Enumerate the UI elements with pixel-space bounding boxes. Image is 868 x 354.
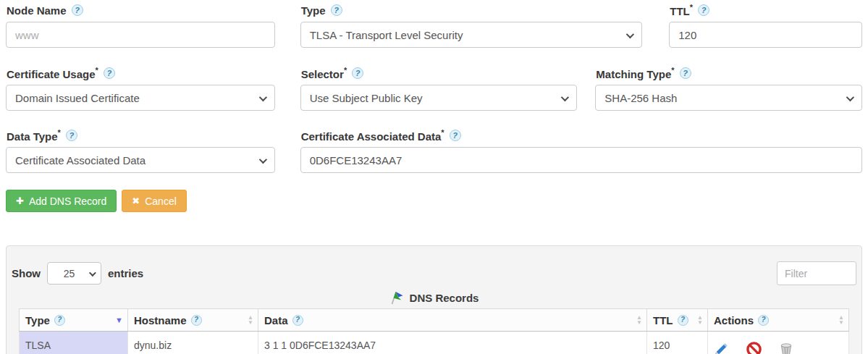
x-icon: ✖ <box>132 195 140 206</box>
plus-icon: ✚ <box>16 195 24 206</box>
help-icon[interactable]: ? <box>292 315 303 326</box>
record-data-cell: 3 1 1 0D6FCE13243AA7 <box>258 332 647 354</box>
disable-icon[interactable] <box>746 341 762 354</box>
chevron-down-icon <box>626 30 634 38</box>
column-label: Type <box>25 314 50 326</box>
help-icon[interactable]: ? <box>331 4 342 16</box>
form-row-2: Certificate Usage* ? Domain Issued Certi… <box>6 67 862 111</box>
add-dns-record-button[interactable]: ✚ Add DNS Record <box>6 190 117 212</box>
data-type-field: Data Type* ? Certificate Associated Data <box>6 129 275 173</box>
form-buttons: ✚ Add DNS Record ✖ Cancel <box>6 190 862 212</box>
delete-icon[interactable] <box>779 342 793 354</box>
help-icon[interactable]: ? <box>698 4 709 16</box>
add-button-label: Add DNS Record <box>29 195 106 207</box>
sort-icon: ▲▼ <box>636 315 642 325</box>
help-icon[interactable]: ? <box>450 130 461 141</box>
matching-type-value: SHA-256 Hash <box>604 92 677 104</box>
table-header-row: Type ? ▼ Hostname ? ▲▼ Data ? <box>20 309 849 332</box>
chevron-down-icon <box>258 93 266 101</box>
type-field: Type ? TLSA - Transport Level Security <box>300 4 643 48</box>
selector-select[interactable]: Use Subject Public Key <box>300 85 578 111</box>
certificate-usage-value: Domain Issued Certificate <box>15 92 140 104</box>
column-label: Actions <box>714 314 754 326</box>
sort-icon: ▲▼ <box>697 315 703 325</box>
form-row-3: Data Type* ? Certificate Associated Data… <box>6 129 862 173</box>
column-header-data[interactable]: Data ? ▲▼ <box>258 309 647 332</box>
table-title-text: DNS Records <box>410 292 479 304</box>
record-type-cell: TLSA <box>20 332 128 354</box>
show-label: Show <box>12 267 41 279</box>
column-header-actions[interactable]: Actions ? ▲▼ <box>708 309 849 332</box>
entries-label: entries <box>108 267 143 279</box>
certificate-associated-data-field: Certificate Associated Data* ? <box>300 129 862 173</box>
table-row: TLSA dynu.biz 3 1 1 0D6FCE13243AA7 120 <box>20 332 849 354</box>
table-title: DNS Records <box>11 290 857 305</box>
chevron-down-icon <box>846 93 854 101</box>
required-asterisk: * <box>96 66 98 75</box>
filter-input[interactable] <box>777 261 856 285</box>
node-name-field: Node Name ? <box>6 4 275 48</box>
matching-type-select[interactable]: SHA-256 Hash <box>595 85 862 111</box>
certificate-associated-data-input[interactable] <box>300 147 862 173</box>
dns-records-panel: Show 25 entries DNS Records Type ? <box>6 245 862 354</box>
selector-field: Selector* ? Use Subject Public Key <box>300 67 578 111</box>
required-asterisk: * <box>58 128 61 137</box>
data-type-label: Data Type* <box>7 129 61 143</box>
selector-value: Use Subject Public Key <box>310 92 423 104</box>
type-select[interactable]: TLSA - Transport Level Security <box>300 22 643 48</box>
help-icon[interactable]: ? <box>678 315 688 326</box>
form-row-1: Node Name ? Type ? TLSA - Transport Leve… <box>6 4 862 48</box>
column-label: Data <box>264 314 288 326</box>
sort-icon: ▲▼ <box>248 315 253 325</box>
required-asterisk: * <box>690 3 693 12</box>
ttl-label: TTL* <box>670 4 693 17</box>
dns-records-table: Type ? ▼ Hostname ? ▲▼ Data ? <box>19 308 849 354</box>
chevron-down-icon <box>561 93 569 101</box>
column-header-ttl[interactable]: TTL ? ▲▼ <box>647 309 708 332</box>
ttl-field: TTL* ? <box>669 4 862 48</box>
data-type-value: Certificate Associated Data <box>15 154 146 167</box>
node-name-label: Node Name <box>7 4 67 17</box>
help-icon[interactable]: ? <box>758 315 769 326</box>
required-asterisk: * <box>441 128 444 137</box>
type-select-value: TLSA - Transport Level Security <box>310 29 463 41</box>
help-icon[interactable]: ? <box>680 67 691 79</box>
data-type-select[interactable]: Certificate Associated Data <box>6 147 275 173</box>
chevron-down-icon <box>258 156 266 164</box>
cancel-button[interactable]: ✖ Cancel <box>122 190 187 212</box>
selector-label: Selector* <box>301 67 347 80</box>
required-asterisk: * <box>344 66 347 75</box>
sort-icon: ▲▼ <box>838 315 844 325</box>
help-icon[interactable]: ? <box>66 130 77 141</box>
help-icon[interactable]: ? <box>72 4 83 16</box>
required-asterisk: * <box>671 66 674 75</box>
cancel-button-label: Cancel <box>145 195 177 207</box>
edit-icon[interactable] <box>714 342 729 354</box>
column-header-type[interactable]: Type ? ▼ <box>20 309 128 332</box>
help-icon[interactable]: ? <box>352 67 363 79</box>
column-label: Hostname <box>134 314 187 326</box>
node-name-input[interactable] <box>6 22 275 48</box>
column-label: TTL <box>653 314 673 326</box>
sort-desc-icon: ▼ <box>115 316 123 324</box>
matching-type-label: Matching Type* <box>596 67 674 80</box>
certificate-usage-select[interactable]: Domain Issued Certificate <box>6 85 275 111</box>
flag-icon <box>389 290 404 305</box>
ttl-input[interactable] <box>669 22 862 48</box>
record-ttl-cell: 120 <box>647 332 708 354</box>
record-actions-cell <box>708 332 849 354</box>
help-icon[interactable]: ? <box>104 67 115 79</box>
table-controls: Show 25 entries <box>11 261 857 285</box>
page-size-select[interactable]: 25 <box>47 262 101 285</box>
certificate-associated-data-label: Certificate Associated Data* <box>301 129 444 143</box>
column-header-hostname[interactable]: Hostname ? ▲▼ <box>128 309 258 332</box>
certificate-usage-field: Certificate Usage* ? Domain Issued Certi… <box>6 67 275 111</box>
matching-type-field: Matching Type* ? SHA-256 Hash <box>595 67 862 111</box>
help-icon[interactable]: ? <box>191 315 202 326</box>
type-label: Type <box>301 4 326 17</box>
certificate-usage-label: Certificate Usage* <box>7 67 98 80</box>
chevron-down-icon <box>89 269 96 277</box>
help-icon[interactable]: ? <box>54 315 65 326</box>
page-size-value: 25 <box>64 268 75 279</box>
record-hostname-cell: dynu.biz <box>128 332 258 354</box>
